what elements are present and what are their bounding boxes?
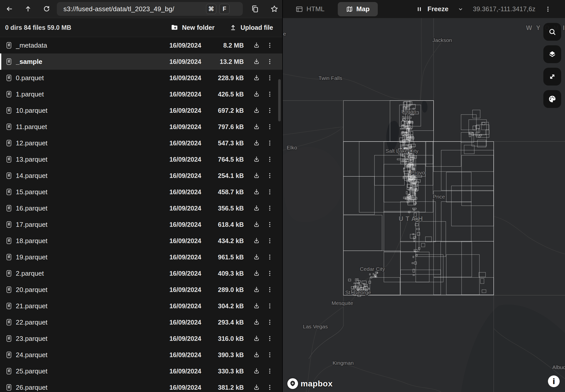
file-row[interactable]: 12.parquet 16/09/2024 547.3 kB	[0, 135, 283, 151]
file-row[interactable]: 21.parquet 16/09/2024 304.2 kB	[0, 298, 283, 314]
map-search-button[interactable]	[543, 23, 561, 41]
file-row[interactable]: 14.parquet 16/09/2024 254.1 kB	[0, 167, 283, 184]
download-button[interactable]	[249, 86, 264, 102]
row-menu-button[interactable]	[264, 70, 276, 86]
upload-file-button[interactable]: Upload file	[228, 23, 275, 32]
row-menu-button[interactable]	[264, 119, 276, 135]
file-row[interactable]: 18.parquet 16/09/2024 434.2 kB	[0, 233, 283, 249]
map-expand-button[interactable]	[543, 68, 561, 86]
file-row[interactable]: 13.parquet 16/09/2024 764.5 kB	[0, 151, 283, 167]
map-layers-button[interactable]	[543, 45, 561, 63]
download-button[interactable]	[249, 184, 264, 200]
file-date: 16/09/2024	[169, 123, 207, 131]
download-button[interactable]	[249, 200, 264, 216]
map-style-button[interactable]	[543, 90, 561, 108]
app-window: s3://fused-asset/data/tl_2023_49_bg/ ⌘ F…	[0, 0, 565, 392]
download-button[interactable]	[249, 135, 264, 151]
file-row[interactable]: 2.parquet 16/09/2024 409.3 kB	[0, 265, 283, 282]
file-size: 547.3 kB	[207, 139, 249, 147]
file-row[interactable]: 1.parquet 16/09/2024 426.5 kB	[0, 86, 283, 102]
download-button[interactable]	[249, 249, 264, 265]
download-button[interactable]	[249, 298, 264, 314]
row-menu-button[interactable]	[264, 200, 276, 216]
download-button[interactable]	[249, 53, 264, 70]
download-icon	[253, 384, 260, 391]
file-row[interactable]: 24.parquet 16/09/2024 390.3 kB	[0, 347, 283, 363]
download-button[interactable]	[249, 330, 264, 347]
file-row[interactable]: _metadata 16/09/2024 8.2 MB	[0, 37, 283, 53]
row-menu-button[interactable]	[264, 135, 276, 151]
file-row[interactable]: 11.parquet 16/09/2024 797.6 kB	[0, 119, 283, 135]
download-button[interactable]	[249, 102, 264, 119]
map-menu-button[interactable]	[543, 6, 553, 13]
row-menu-button[interactable]	[264, 53, 276, 70]
row-menu-button[interactable]	[264, 282, 276, 298]
row-menu-button[interactable]	[264, 167, 276, 184]
file-row[interactable]: 22.parquet 16/09/2024 293.4 kB	[0, 314, 283, 330]
tab-map-label: Map	[356, 5, 370, 13]
download-button[interactable]	[249, 347, 264, 363]
file-row[interactable]: 15.parquet 16/09/2024 458.7 kB	[0, 184, 283, 200]
refresh-button[interactable]	[39, 2, 54, 16]
file-row[interactable]: 25.parquet 16/09/2024 330.3 kB	[0, 363, 283, 379]
download-button[interactable]	[249, 119, 264, 135]
row-menu-button[interactable]	[264, 330, 276, 347]
header-actions: New folder Upload file	[169, 23, 275, 32]
row-menu-button[interactable]	[264, 37, 276, 53]
file-row[interactable]: 26.parquet 16/09/2024 381.2 kB	[0, 379, 283, 392]
download-button[interactable]	[249, 282, 264, 298]
file-row[interactable]: 23.parquet 16/09/2024 316.0 kB	[0, 330, 283, 347]
row-menu-button[interactable]	[264, 363, 276, 379]
favorite-button[interactable]	[267, 2, 281, 16]
file-row[interactable]: 10.parquet 16/09/2024 697.2 kB	[0, 102, 283, 119]
freeze-dropdown[interactable]	[458, 6, 464, 12]
file-row[interactable]: 20.parquet 16/09/2024 289.0 kB	[0, 282, 283, 298]
freeze-button[interactable]: Freeze	[415, 5, 450, 13]
row-menu-button[interactable]	[264, 298, 276, 314]
file-row[interactable]: 16.parquet 16/09/2024 356.5 kB	[0, 200, 283, 216]
tab-html[interactable]: HTML	[294, 5, 326, 13]
download-button[interactable]	[249, 314, 264, 330]
row-menu-button[interactable]	[264, 233, 276, 249]
row-menu-button[interactable]	[264, 86, 276, 102]
download-button[interactable]	[249, 379, 264, 392]
map-canvas[interactable]: eJacksonTwin FallsElkoLoganSalt Lake Cit…	[283, 13, 565, 392]
download-button[interactable]	[249, 37, 264, 53]
file-icon	[0, 41, 16, 49]
download-button[interactable]	[249, 70, 264, 86]
file-icon	[0, 172, 16, 179]
row-menu-button[interactable]	[264, 249, 276, 265]
download-button[interactable]	[249, 233, 264, 249]
file-size: 8.2 MB	[207, 42, 249, 49]
download-button[interactable]	[249, 151, 264, 167]
row-menu-button[interactable]	[264, 347, 276, 363]
file-date: 16/09/2024	[169, 156, 207, 163]
download-button[interactable]	[249, 363, 264, 379]
row-menu-button[interactable]	[264, 379, 276, 392]
row-menu-button[interactable]	[264, 314, 276, 330]
row-menu-button[interactable]	[264, 265, 276, 282]
map-info-button[interactable]: i	[548, 375, 560, 387]
mapbox-logo[interactable]: mapbox	[287, 378, 333, 389]
download-button[interactable]	[249, 265, 264, 282]
file-row[interactable]: _sample 16/09/2024 13.2 MB	[0, 53, 283, 70]
tab-map[interactable]: Map	[338, 2, 378, 16]
row-menu-button[interactable]	[264, 216, 276, 233]
back-button[interactable]	[2, 2, 17, 16]
arrow-left-icon	[6, 5, 13, 13]
row-menu-button[interactable]	[264, 184, 276, 200]
file-row[interactable]: 0.parquet 16/09/2024 228.9 kB	[0, 70, 283, 86]
file-row[interactable]: 19.parquet 16/09/2024 961.5 kB	[0, 249, 283, 265]
path-input[interactable]: s3://fused-asset/data/tl_2023_49_bg/ ⌘ F	[57, 2, 243, 16]
new-folder-button[interactable]: New folder	[169, 23, 216, 32]
download-button[interactable]	[249, 167, 264, 184]
download-button[interactable]	[249, 216, 264, 233]
file-row[interactable]: 17.parquet 16/09/2024 618.4 kB	[0, 216, 283, 233]
row-menu-button[interactable]	[264, 102, 276, 119]
kebab-menu-icon	[266, 237, 273, 244]
up-directory-button[interactable]	[21, 2, 35, 16]
row-menu-button[interactable]	[264, 151, 276, 167]
download-icon	[253, 318, 260, 326]
copy-path-button[interactable]	[248, 2, 262, 16]
file-list-scrollbar[interactable]	[278, 79, 281, 121]
